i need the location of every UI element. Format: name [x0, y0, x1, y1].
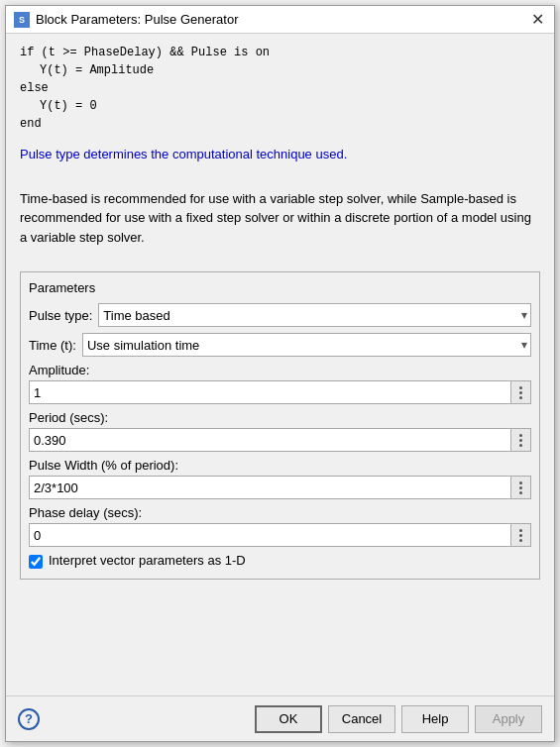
cancel-button[interactable]: Cancel [328, 705, 395, 733]
pulse-type-row: Pulse type: Time based Sample based [29, 303, 531, 327]
window-title: Block Parameters: Pulse Generator [36, 12, 238, 27]
dot1 [519, 434, 522, 437]
checkbox-row: Interpret vector parameters as 1-D [29, 553, 531, 571]
code-line-2: Y(t) = Amplitude [40, 61, 540, 79]
phase-delay-label: Phase delay (secs): [29, 505, 531, 520]
content-area: if (t >= PhaseDelay) && Pulse is on Y(t)… [6, 34, 554, 695]
pulse-width-input[interactable] [29, 476, 511, 499]
main-window: S Block Parameters: Pulse Generator ✕ if… [5, 5, 555, 742]
dot3 [519, 396, 522, 399]
time-row: Time (t): Use simulation time Use extern… [29, 333, 531, 357]
time-dropdown-wrapper[interactable]: Use simulation time Use external signal [82, 333, 531, 357]
period-input[interactable] [29, 428, 511, 452]
titlebar: S Block Parameters: Pulse Generator ✕ [6, 6, 554, 34]
code-line-1: if (t >= PhaseDelay) && Pulse is on [20, 44, 540, 61]
code-block: if (t >= PhaseDelay) && Pulse is on Y(t)… [20, 44, 540, 133]
pulse-type-select[interactable]: Time based Sample based [98, 303, 531, 327]
phase-delay-menu-button[interactable] [511, 523, 531, 547]
period-section: Period (secs): [29, 410, 531, 452]
help-circle-button[interactable]: ? [18, 708, 40, 730]
interpret-vector-checkbox[interactable] [29, 555, 43, 569]
help-button[interactable]: Help [401, 705, 469, 733]
code-line-4: Y(t) = 0 [40, 97, 540, 115]
phase-delay-input[interactable] [29, 523, 511, 547]
dot1 [519, 386, 522, 389]
body-description: Time-based is recommended for use with a… [20, 189, 540, 248]
pulse-type-dropdown-wrapper[interactable]: Time based Sample based [98, 303, 531, 327]
parameters-title: Parameters [29, 280, 531, 295]
help-icon: ? [25, 711, 33, 726]
dot1 [519, 481, 522, 484]
pulse-type-label: Pulse type: [29, 308, 92, 323]
window-icon: S [14, 12, 30, 28]
period-menu-button[interactable] [511, 428, 531, 452]
close-button[interactable]: ✕ [528, 11, 546, 29]
dot3 [519, 444, 522, 447]
footer-buttons: OK Cancel Help Apply [255, 705, 542, 733]
blue-description: Pulse type determines the computational … [20, 145, 540, 164]
amplitude-field-row [29, 380, 531, 404]
dot3 [519, 539, 522, 542]
pulse-width-label: Pulse Width (% of period): [29, 458, 531, 473]
checkbox-label: Interpret vector parameters as 1-D [49, 553, 246, 568]
time-label: Time (t): [29, 338, 76, 353]
window-icon-label: S [19, 15, 25, 25]
period-field-row [29, 428, 531, 452]
dot3 [519, 491, 522, 494]
footer-left: ? [18, 708, 40, 730]
dot1 [519, 529, 522, 532]
dot2 [519, 534, 522, 537]
dot2 [519, 439, 522, 442]
phase-delay-section: Phase delay (secs): [29, 505, 531, 547]
dot2 [519, 486, 522, 489]
titlebar-left: S Block Parameters: Pulse Generator [14, 12, 238, 28]
time-select[interactable]: Use simulation time Use external signal [82, 333, 531, 357]
amplitude-input[interactable] [29, 380, 511, 404]
amplitude-section: Amplitude: [29, 363, 531, 404]
amplitude-menu-button[interactable] [511, 380, 531, 404]
pulse-width-menu-button[interactable] [511, 476, 531, 499]
parameters-box: Parameters Pulse type: Time based Sample… [20, 271, 540, 580]
footer: ? OK Cancel Help Apply [6, 695, 554, 741]
pulse-width-field-row [29, 476, 531, 499]
amplitude-label: Amplitude: [29, 363, 531, 377]
period-label: Period (secs): [29, 410, 531, 425]
apply-button[interactable]: Apply [475, 705, 542, 733]
phase-delay-field-row [29, 523, 531, 547]
code-line-5: end [20, 115, 540, 133]
ok-button[interactable]: OK [255, 705, 322, 733]
code-line-3: else [20, 79, 540, 97]
pulse-width-section: Pulse Width (% of period): [29, 458, 531, 499]
dot2 [519, 391, 522, 394]
